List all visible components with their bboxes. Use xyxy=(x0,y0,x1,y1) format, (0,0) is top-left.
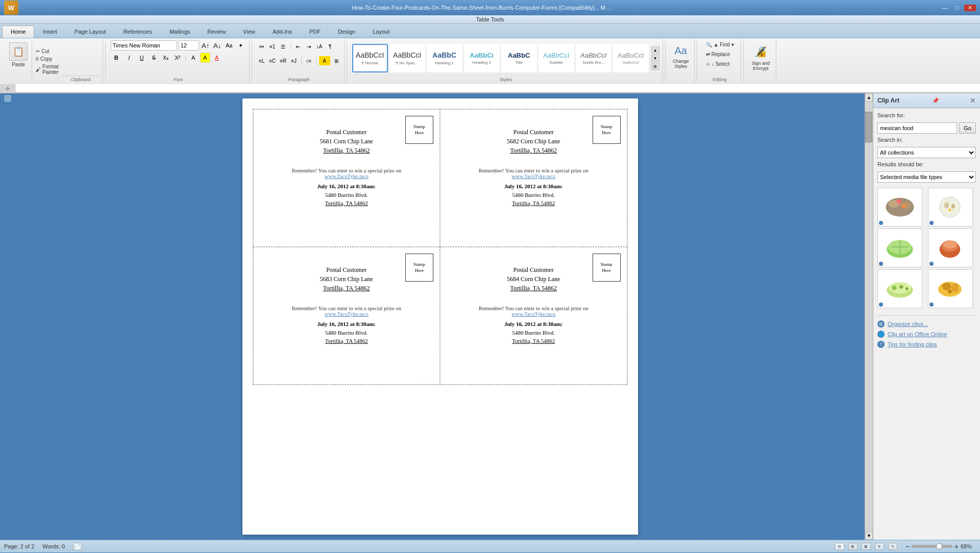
web-layout-button[interactable]: ⊠ xyxy=(862,543,871,550)
tab-references[interactable]: References xyxy=(115,26,161,38)
maximize-button[interactable]: □ xyxy=(952,5,962,11)
close-button[interactable]: ✕ xyxy=(964,5,976,11)
clip-thumb-2[interactable] xyxy=(928,188,973,227)
multilevel-list-button[interactable]: ☰ xyxy=(279,42,288,51)
font-color-button[interactable]: A xyxy=(212,53,222,63)
shading-button[interactable]: A xyxy=(319,56,330,65)
align-left-button[interactable]: ≡L xyxy=(257,56,266,65)
borders-button[interactable]: ⊞ xyxy=(332,56,341,65)
style-heading2[interactable]: AaBbCi Heading 2 xyxy=(464,44,500,72)
tab-review[interactable]: Review xyxy=(199,26,234,38)
styles-scroll-down[interactable]: ▼ xyxy=(651,55,659,62)
styles-more[interactable]: ⊞ xyxy=(651,63,659,70)
paste-button[interactable]: 📋 Paste xyxy=(5,40,32,83)
scroll-up-arrow[interactable]: ▲ xyxy=(865,93,873,102)
svg-point-6 xyxy=(901,204,905,208)
zoom-out-button[interactable]: − xyxy=(905,542,910,550)
style-title[interactable]: AaBbC Title xyxy=(501,44,537,72)
text-effects-button[interactable]: A xyxy=(188,53,199,63)
clip-thumb-3[interactable] xyxy=(877,229,922,267)
clipart-pin-icon[interactable]: 📌 xyxy=(932,97,939,104)
scroll-track[interactable] xyxy=(865,102,873,532)
tab-add-ins[interactable]: Add-Ins xyxy=(264,26,301,38)
shrink-font-button[interactable]: A↓ xyxy=(212,40,223,51)
style-subtitle[interactable]: AaBbCcI Subtitle xyxy=(538,44,574,72)
window-controls[interactable]: — □ ✕ xyxy=(939,5,976,11)
change-styles-button[interactable]: Aa ChangeStyles xyxy=(671,40,691,71)
document-status-icon[interactable]: 📄 xyxy=(73,542,82,550)
outline-button[interactable]: ≡ xyxy=(875,543,884,550)
numbering-button[interactable]: ≡1 xyxy=(268,42,277,51)
doc-scrollbar[interactable]: ▲ ▼ xyxy=(865,93,873,540)
tab-design[interactable]: Design xyxy=(329,26,364,38)
format-painter-button[interactable]: 🖌 Format Painter xyxy=(34,63,60,76)
clip-thumb-5[interactable] xyxy=(877,269,922,308)
line-spacing-button[interactable]: ↕≡ xyxy=(304,56,313,65)
organize-clips-link[interactable]: ⊞ Organize clips... xyxy=(877,319,976,329)
style-heading1[interactable]: AaBbC Heading 1 xyxy=(427,44,462,72)
strikethrough-button[interactable]: S̶ xyxy=(149,53,159,63)
subscript-button[interactable]: X₂ xyxy=(161,53,171,63)
align-center-button[interactable]: ≡C xyxy=(268,56,277,65)
superscript-button[interactable]: X² xyxy=(173,53,183,63)
font-size-input[interactable] xyxy=(179,40,199,51)
zoom-handle[interactable] xyxy=(936,543,942,549)
tab-layout[interactable]: Layout xyxy=(364,26,398,38)
align-right-button[interactable]: ≡R xyxy=(279,56,288,65)
clip-thumb-4[interactable] xyxy=(928,229,973,267)
bold-button[interactable]: B xyxy=(111,53,122,63)
results-select[interactable]: Selected media file types xyxy=(877,171,976,183)
ruler-area: ⊹ xyxy=(0,84,980,93)
sign-encrypt-button[interactable]: 🔏 Sign andEncrypt xyxy=(749,40,773,73)
decrease-indent-button[interactable]: ⇤ xyxy=(293,42,303,51)
clipart-close-button[interactable]: ✕ xyxy=(970,96,976,105)
scroll-thumb[interactable] xyxy=(865,112,872,142)
underline-button[interactable]: U xyxy=(136,53,148,63)
select-button[interactable]: ⊹ ↓ Select xyxy=(702,60,738,68)
zoom-in-button[interactable]: + xyxy=(954,542,959,550)
justify-button[interactable]: ≡J xyxy=(289,56,299,65)
draft-button[interactable]: ⌑ xyxy=(888,543,897,550)
text-highlight-button[interactable]: A xyxy=(200,53,210,63)
doc-area[interactable]: Stamp Here Postal Customer 5681 Corn Chi… xyxy=(15,93,865,540)
ruler-corner[interactable]: ⊹ xyxy=(0,84,15,93)
clipart-search-input[interactable] xyxy=(877,122,957,134)
font-name-input[interactable] xyxy=(111,40,177,51)
bullets-button[interactable]: ≡• xyxy=(257,42,266,51)
sort-button[interactable]: ↕A xyxy=(315,42,324,51)
scroll-down-arrow[interactable]: ▼ xyxy=(865,532,873,540)
print-layout-button[interactable]: ⊟ xyxy=(835,543,844,550)
change-case-button[interactable]: Aa xyxy=(224,40,234,51)
tab-mailings[interactable]: Mailings xyxy=(161,26,199,38)
minimize-button[interactable]: — xyxy=(939,5,950,11)
grow-font-button[interactable]: A↑ xyxy=(201,40,211,51)
style-other[interactable]: AaBoCcI AaBoCcI xyxy=(613,44,649,72)
clip-thumb-6[interactable] xyxy=(928,269,973,308)
clipart-go-button[interactable]: Go xyxy=(959,122,976,134)
italic-button[interactable]: I xyxy=(124,53,135,63)
style-subtle-em[interactable]: AaBbCcI Subtle Em... xyxy=(576,44,611,72)
replace-button[interactable]: ⇄ Replace xyxy=(702,50,738,59)
zoom-slider[interactable] xyxy=(912,545,952,548)
find-button[interactable]: 🔍 ▲ Find ▾ xyxy=(702,40,738,49)
search-in-select[interactable]: All collections xyxy=(877,147,976,158)
left-margin-icon[interactable]: ↔ xyxy=(5,95,11,102)
tab-view[interactable]: View xyxy=(234,26,264,38)
font-group-label: Font xyxy=(174,76,183,82)
styles-scroll-up[interactable]: ▲ xyxy=(651,46,659,54)
show-formatting-button[interactable]: ¶ xyxy=(326,42,335,51)
copy-button[interactable]: ⎘ Copy xyxy=(34,56,60,62)
tab-insert[interactable]: Insert xyxy=(34,26,66,38)
style-normal[interactable]: AaBbCcI ¶ Normal xyxy=(352,44,388,72)
tab-page-layout[interactable]: Page Layout xyxy=(66,26,115,38)
tab-home[interactable]: Home xyxy=(2,26,34,38)
tips-link[interactable]: ? Tips for finding clips xyxy=(877,339,976,349)
clear-formatting-button[interactable]: ✦ xyxy=(236,40,246,51)
style-no-space[interactable]: AaBbCcI ¶ No Spac... xyxy=(389,44,425,72)
full-screen-button[interactable]: ⊞ xyxy=(848,543,857,550)
office-online-link[interactable]: 🌐 Clip art on Office Online xyxy=(877,329,976,339)
clip-thumb-1[interactable] xyxy=(877,188,922,227)
cut-button[interactable]: ✂ Cut xyxy=(34,48,60,55)
increase-indent-button[interactable]: ⇥ xyxy=(304,42,313,51)
tab-pdf[interactable]: PDF xyxy=(301,26,329,38)
